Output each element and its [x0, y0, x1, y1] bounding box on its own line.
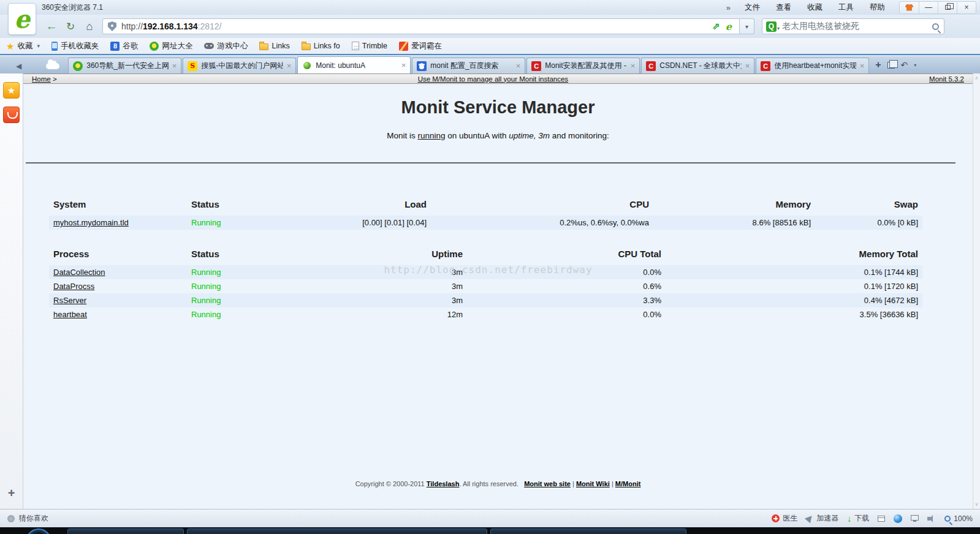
cloud-sync-icon[interactable] [46, 63, 59, 69]
tab-scroll-left-icon[interactable]: ◀ [16, 62, 21, 70]
home-button[interactable]: ⌂ [81, 18, 98, 34]
menu-view[interactable]: 查看 [768, 2, 799, 13]
tab-list-icon[interactable] [887, 62, 895, 69]
bookmark-label: 谷歌 [123, 41, 138, 51]
reopen-closed-tab-icon[interactable]: ↶ [901, 60, 908, 70]
search-engine-dropdown-icon[interactable]: ▾ [777, 26, 780, 31]
tab-close-icon[interactable]: × [860, 61, 865, 70]
add-panel-button[interactable]: + [0, 486, 23, 500]
taskbar-button[interactable] [187, 528, 487, 534]
system-host-link[interactable]: myhost.mydomain.tld [53, 218, 129, 227]
monit-version-link[interactable]: Monit 5.3.2 [929, 75, 964, 83]
bookmark-links-fo-folder[interactable]: Links fo [302, 42, 340, 50]
process-table-header: Process Status Uptime CPU Total Memory T… [49, 246, 922, 265]
col-status: Status [187, 246, 297, 265]
fullscreen-button[interactable] [911, 515, 919, 522]
minimize-button[interactable]: — [919, 2, 938, 13]
mute-button[interactable] [927, 515, 936, 522]
compatibility-mode-icon[interactable]: e [723, 21, 734, 32]
menu-tools[interactable]: 工具 [830, 2, 862, 13]
chevron-down-icon[interactable]: ▾ [914, 62, 916, 68]
tab-label: Monit: ubuntuA [316, 61, 397, 70]
recommendation-toggle[interactable]: 猜你喜欢 [7, 513, 48, 524]
zoom-control[interactable]: 100% [944, 514, 973, 523]
address-bar[interactable]: http://192.168.1.134:2812/ ⇗ e [102, 18, 740, 34]
copyright-text: Copyright © 2000-2011 [355, 480, 427, 487]
favorites-panel-button[interactable]: ★ [3, 82, 20, 99]
mmonit-footer-link[interactable]: M/Monit [615, 480, 641, 487]
mmonit-link[interactable]: Use M/Monit to manage all your Monit ins… [418, 75, 568, 83]
bookmark-mobile-favorites[interactable]: 手机收藏夹 [51, 41, 99, 51]
menu-favorites[interactable]: 收藏 [799, 2, 830, 13]
restore-button[interactable] [938, 2, 957, 13]
shirt-icon [905, 4, 914, 11]
monit-wiki-link[interactable]: Monit Wiki [576, 480, 610, 487]
bookmark-game-center[interactable]: 游戏中心 [204, 41, 248, 51]
close-button[interactable]: × [957, 2, 976, 13]
site-directory-icon [150, 42, 159, 51]
browser-logo[interactable]: e [8, 3, 36, 35]
menu-help[interactable]: 帮助 [862, 2, 893, 13]
running-link[interactable]: running [418, 131, 446, 140]
menu-overflow-icon[interactable]: » [720, 3, 737, 12]
scroll-down-icon[interactable]: ∨ [975, 502, 979, 507]
sidebar-panels-button[interactable] [878, 516, 885, 522]
monit-website-link[interactable]: Monit web site [524, 480, 571, 487]
skin-button[interactable] [900, 2, 919, 13]
process-status: Running [187, 265, 297, 279]
tab-csdn[interactable]: C CSDN.NET - 全球最大中文 × [641, 58, 754, 73]
process-link[interactable]: DataCollection [53, 268, 105, 277]
taobao-panel-button[interactable] [3, 107, 20, 123]
url-history-dropdown[interactable]: ▾ [740, 18, 754, 34]
process-link[interactable]: heartbeat [53, 310, 87, 319]
process-table: Process Status Uptime CPU Total Memory T… [49, 246, 922, 322]
url-scheme: http:// [121, 21, 143, 31]
search-engine-icon[interactable]: Q [766, 21, 777, 32]
doctor-button[interactable]: 医生 [772, 513, 797, 524]
tab-sohu[interactable]: S 搜狐-中国最大的门户网站 × [183, 58, 296, 73]
tildeslash-link[interactable]: Tildeslash [427, 480, 460, 487]
new-tab-button[interactable]: + [875, 59, 881, 70]
bookmark-iciba[interactable]: 爱词霸在 [399, 41, 442, 51]
refresh-button[interactable]: ↻ [62, 18, 79, 34]
tab-close-icon[interactable]: × [287, 61, 292, 70]
tab-360-navigation[interactable]: 360导航_新一代安全上网导 × [68, 58, 181, 73]
back-button[interactable]: ← [43, 18, 60, 34]
tab-monit-ubuntua[interactable]: Monit: ubuntuA × [297, 56, 411, 73]
tab-close-icon[interactable]: × [745, 61, 750, 70]
tab-baidu-search[interactable]: monit 配置_百度搜索 × [412, 58, 525, 73]
search-box[interactable]: Q ▾ 老太用电热毯被烧死 [762, 18, 944, 34]
process-row: heartbeat Running 12m 0.0% 3.5% [36636 k… [49, 307, 922, 322]
tab-heartbeat-monit[interactable]: C 使用heartbeat+monit实现 × [756, 58, 869, 73]
taskbar-button[interactable] [67, 528, 184, 534]
taskbar-button[interactable] [490, 528, 686, 534]
process-uptime: 12m [297, 307, 467, 322]
menu-file[interactable]: 文件 [737, 2, 768, 13]
tab-close-icon[interactable]: × [401, 61, 406, 70]
process-link[interactable]: DataProcss [53, 282, 94, 291]
bookmark-google[interactable]: 8 谷歌 [110, 41, 138, 51]
bookmark-site-directory[interactable]: 网址大全 [150, 41, 192, 51]
home-link[interactable]: Home [32, 75, 51, 83]
search-input[interactable]: 老太用电热毯被烧死 [782, 21, 932, 32]
start-orb-icon[interactable] [26, 528, 51, 534]
bookmark-favorites[interactable]: ★ 收藏 ▾ [6, 41, 40, 51]
scroll-up-icon[interactable]: ∧ [975, 75, 979, 81]
subtitle-text: and monitoring: [552, 131, 609, 140]
accelerator-button[interactable]: 加速器 [806, 513, 838, 524]
browser-kernel-button[interactable] [894, 514, 902, 523]
site-safety-shield-icon[interactable] [108, 21, 116, 31]
tab-close-icon[interactable]: × [631, 61, 636, 70]
bookmark-trimble[interactable]: Trimble [352, 42, 387, 50]
download-button[interactable]: ↓ 下载 [847, 513, 869, 524]
tab-close-icon[interactable]: × [172, 61, 177, 70]
vertical-scrollbar[interactable]: ∧ ∨ [973, 73, 980, 509]
process-link[interactable]: RsServer [53, 296, 86, 305]
tab-close-icon[interactable]: × [516, 61, 521, 70]
url-text[interactable]: http://192.168.1.134:2812/ [121, 21, 709, 31]
tab-monit-install[interactable]: C Monit安装配置及其使用 - × [526, 58, 640, 73]
search-icon[interactable] [932, 23, 939, 30]
share-icon[interactable]: ⇗ [709, 21, 723, 32]
gamepad-icon [204, 43, 214, 49]
bookmark-links-folder[interactable]: Links [259, 42, 289, 50]
